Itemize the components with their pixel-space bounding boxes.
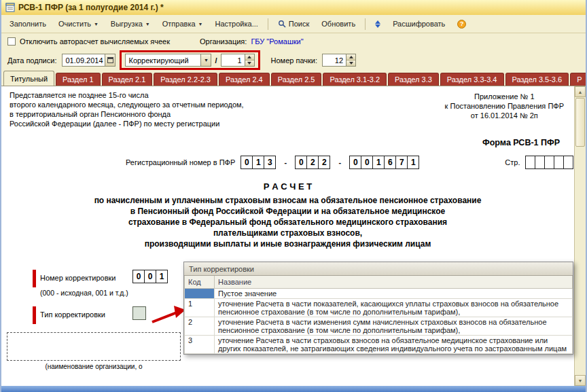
annotation-red-bar xyxy=(33,306,36,324)
annotation-arrow xyxy=(151,304,186,324)
spin-down-icon[interactable] xyxy=(245,60,254,66)
scroll-up-icon[interactable]: ▲ xyxy=(575,86,586,97)
tab-razdel-3-5-3-6[interactable]: Раздел 3.5-3.6 xyxy=(505,73,569,86)
reg-digit-cell[interactable]: 0 xyxy=(241,156,253,169)
page-cell xyxy=(544,156,554,169)
cell-code[interactable]: 1 xyxy=(185,298,215,317)
signature-date-row: Дата подписи: 01.09.2014 Корректирующий … xyxy=(1,50,586,71)
calendar-icon[interactable] xyxy=(105,54,115,66)
reg-digit-cell[interactable]: 7 xyxy=(395,156,408,169)
organization-name-caption: (наименование организации, о xyxy=(7,363,181,370)
chevron-down-icon[interactable]: ▼ xyxy=(200,54,211,66)
column-header-name[interactable]: Название xyxy=(215,276,573,288)
spin-up-icon[interactable] xyxy=(346,54,355,60)
window-bottom-border xyxy=(1,386,586,392)
decipher-button-label: Расшифровать xyxy=(393,20,445,28)
corr-digit-cell[interactable]: 0 xyxy=(132,270,145,283)
tab-partial[interactable]: Р xyxy=(570,73,587,86)
correction-number-cells: 0 0 1 xyxy=(132,270,168,283)
chevron-down-icon: ▼ xyxy=(145,22,150,26)
column-header-code[interactable]: Код xyxy=(185,276,215,288)
corr-digit-cell[interactable]: 1 xyxy=(156,270,168,283)
pack-number-label: Номер пачки: xyxy=(271,56,318,65)
window-title: РСВ-1 ПФР (за 1 полугодие 2014 г.) * xyxy=(18,3,164,12)
correction-type-popup: Тип корректировки Код Название Пустое зн… xyxy=(183,262,573,355)
registration-number-label: Регистрационный номер в ПФР xyxy=(126,158,235,166)
fill-button[interactable]: Заполнить xyxy=(4,16,52,31)
options-row: Отключить авторасчет вычисляемых ячеек О… xyxy=(1,33,586,50)
tab-razdel-2-1[interactable]: Раздел 2.1 xyxy=(102,73,153,86)
tab-razdel-2-5[interactable]: Раздел 2.5 xyxy=(271,73,322,86)
correction-type-label: Тип корректировки xyxy=(40,310,105,319)
settings-button[interactable]: Настройка... xyxy=(210,16,264,31)
search-icon xyxy=(278,20,286,28)
reg-digit-cell[interactable]: 2 xyxy=(318,156,330,169)
tab-razdel-2-4[interactable]: Раздел 2.4 xyxy=(219,73,270,86)
cell-code[interactable] xyxy=(185,288,215,298)
reg-number-group-2: 0 2 2 xyxy=(295,156,330,169)
reg-digit-cell[interactable]: 2 xyxy=(306,156,319,169)
organization-name-field[interactable] xyxy=(7,332,181,361)
cell-code[interactable]: 2 xyxy=(185,317,215,335)
refresh-button[interactable]: Обновить xyxy=(316,16,361,31)
tab-razdel-3-3[interactable]: Раздел 3.3 xyxy=(388,73,439,86)
scroll-down-icon[interactable]: ▼ xyxy=(575,375,586,386)
reg-digit-cell[interactable]: 0 xyxy=(295,156,307,169)
vertical-scrollbar[interactable]: ▲ ▼ xyxy=(574,86,586,386)
calculation-subtitle: по начисленным и уплаченным страховым вз… xyxy=(1,195,574,249)
correction-number-value: 1 xyxy=(221,56,245,65)
reg-digit-cell[interactable]: 0 xyxy=(361,156,373,169)
correction-number-stepper[interactable]: 1 xyxy=(221,54,255,67)
clear-button[interactable]: Очистить▼ xyxy=(53,16,104,31)
correction-type-select[interactable]: Корректирующий ▼ xyxy=(125,54,211,67)
decipher-button[interactable]: Расшифровать xyxy=(387,16,450,31)
slash-separator: / xyxy=(215,56,217,65)
organization-link[interactable]: ГБУ "Ромашки" xyxy=(251,37,303,46)
page-cell xyxy=(535,156,545,169)
reg-digit-cell[interactable]: 0 xyxy=(349,156,361,169)
cell-name[interactable]: уточнение Расчета в части показателей, к… xyxy=(215,298,573,317)
pack-number-value: 12 xyxy=(323,56,346,65)
signature-date-input[interactable]: 01.09.2014 xyxy=(62,54,115,67)
unload-button[interactable]: Выгрузка▼ xyxy=(105,16,156,31)
search-button[interactable]: Поиск xyxy=(272,16,315,31)
reg-digit-cell[interactable]: 3 xyxy=(264,156,276,169)
cell-name[interactable]: уточнение Расчета в части изменения сумм… xyxy=(215,317,573,335)
table-row[interactable]: 2 уточнение Расчета в части изменения су… xyxy=(185,317,573,335)
tab-razdel-3-3-3-4[interactable]: Раздел 3.3-3.4 xyxy=(440,73,504,86)
corr-digit-cell[interactable]: 0 xyxy=(144,270,156,283)
reg-digit-cell[interactable]: 6 xyxy=(384,156,396,169)
cell-code[interactable]: 3 xyxy=(185,335,215,353)
reg-digit-cell[interactable]: 1 xyxy=(252,156,264,169)
toolbar-separator xyxy=(268,18,268,30)
tab-razdel-3-1-3-2[interactable]: Раздел 3.1-3.2 xyxy=(323,73,387,86)
table-row[interactable]: Пустое значение xyxy=(185,288,573,298)
reg-digit-cell[interactable]: 1 xyxy=(372,156,385,169)
app-window: РСВ-1 ПФР (за 1 полугодие 2014 г.) * Зап… xyxy=(0,0,587,392)
tab-titulniy[interactable]: Титульный xyxy=(3,71,54,86)
submission-note: Представляется не позднее 15-го числа вт… xyxy=(10,90,244,128)
correction-number-hint: (000 - исходная, 001 и т.д.) xyxy=(40,289,128,297)
send-button[interactable]: Отправка▼ xyxy=(157,16,209,31)
reg-digit-cell[interactable]: 1 xyxy=(407,156,419,169)
correction-type-field[interactable] xyxy=(132,306,146,320)
exchange-button[interactable] xyxy=(370,17,386,31)
help-button[interactable]: ? xyxy=(452,16,472,32)
page-cell xyxy=(525,156,535,169)
cell-name[interactable]: уточнение Расчета в части страховых взно… xyxy=(215,335,573,353)
settings-button-label: Настройка... xyxy=(215,20,258,28)
cell-name[interactable]: Пустое значение xyxy=(215,288,573,298)
spin-down-icon[interactable] xyxy=(346,60,355,66)
table-row[interactable]: 3 уточнение Расчета в части страховых вз… xyxy=(185,335,573,353)
correction-type-table: Код Название Пустое значение 1 уточнение… xyxy=(184,276,573,354)
calculation-title: Р А С Ч Е Т xyxy=(1,181,574,192)
autocalc-checkbox[interactable] xyxy=(7,37,16,46)
scrollbar-thumb[interactable] xyxy=(575,98,585,147)
tab-razdel-2-2-2-3[interactable]: Раздел 2.2-2.3 xyxy=(154,73,217,86)
pack-number-stepper[interactable]: 12 xyxy=(322,54,356,67)
table-row[interactable]: 1 уточнение Расчета в части показателей,… xyxy=(185,298,573,317)
spin-up-icon[interactable] xyxy=(245,54,254,60)
organization-label: Организация: xyxy=(200,37,247,46)
tab-razdel-1[interactable]: Раздел 1 xyxy=(56,73,101,86)
popup-titlebar[interactable]: Тип корректировки xyxy=(184,262,573,276)
